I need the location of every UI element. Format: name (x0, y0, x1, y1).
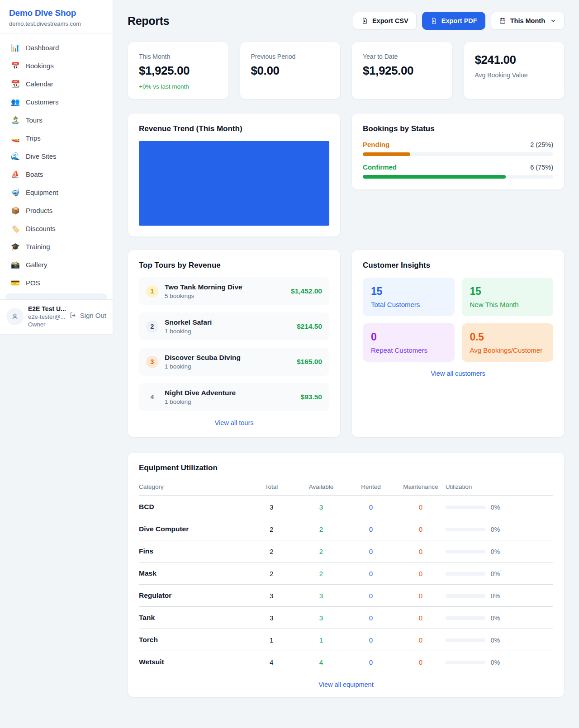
equipment-available: 3 (296, 496, 346, 518)
sidebar-item-tours[interactable]: 🏝️Tours (5, 113, 107, 128)
export-pdf-button[interactable]: Export PDF (422, 12, 485, 30)
view-all-customers-link[interactable]: View all customers (363, 370, 553, 377)
sidebar-item-gallery[interactable]: 📸Gallery (5, 257, 107, 272)
equipment-maintenance: 0 (396, 607, 446, 629)
table-row: Fins22000% (139, 540, 553, 563)
status-head: Confirmed6 (75%) (363, 163, 553, 171)
view-all-equipment-link[interactable]: View all equipment (139, 681, 553, 688)
charts-row: Revenue Trend (This Month) Bookings by S… (128, 113, 565, 237)
table-row: Dive Computer22000% (139, 518, 553, 540)
equipment-utilization-title: Equipment Utilization (139, 463, 553, 473)
table-row: BCD33000% (139, 496, 553, 518)
tour-amount: $1,452.00 (291, 287, 322, 295)
equipment-icon: 🤿 (11, 189, 20, 196)
products-icon: 📦 (11, 207, 20, 214)
tour-name: Snorkel Safari (165, 318, 212, 326)
utilization-percent: 0% (491, 570, 500, 577)
equipment-maintenance: 0 (396, 629, 446, 651)
insight-value: 0.5 (470, 331, 546, 343)
equipment-category: Fins (139, 540, 247, 563)
insight-tile-green: 15New This Month (462, 278, 554, 316)
brand: Demo Dive Shop demo.test.divestreams.com (0, 0, 113, 34)
insight-label: New This Month (470, 301, 546, 308)
equipment-available: 2 (296, 518, 346, 540)
equipment-maintenance: 0 (396, 540, 446, 563)
sidebar-item-calendar[interactable]: 📆Calendar (5, 76, 107, 91)
sidebar-item-equipment[interactable]: 🤿Equipment (5, 185, 107, 200)
sidebar-item-training[interactable]: 🎓Training (5, 239, 107, 254)
equipment-category: BCD (139, 496, 247, 518)
nav-item-partial-highlight (5, 293, 107, 299)
file-download-icon (361, 17, 368, 24)
tour-row: 4Night Dive Adventure1 booking$93.50 (139, 383, 329, 411)
sidebar-item-label: Calendar (26, 80, 53, 88)
status-progress-track (363, 175, 553, 179)
utilization-percent: 0% (491, 615, 500, 622)
equipment-total: 3 (247, 607, 296, 629)
customer-insights-card: Customer Insights 15Total Customers15New… (351, 250, 565, 438)
utilization-bar (446, 528, 485, 531)
equipment-utilization: 0% (446, 585, 553, 607)
sidebar-item-bookings[interactable]: 📅Bookings (5, 58, 107, 73)
sidebar-item-products[interactable]: 📦Products (5, 203, 107, 218)
utilization-bar (446, 594, 485, 598)
stats-row: This Month$1,925.00+0% vs last monthPrev… (128, 42, 565, 99)
bookings-by-status-card: Bookings by Status Pending2 (25%)Confirm… (351, 113, 565, 190)
view-all-tours-link[interactable]: View all tours (139, 419, 329, 426)
page-title: Reports (128, 14, 169, 28)
equipment-rented: 0 (346, 563, 396, 585)
equipment-available: 2 (296, 540, 346, 563)
user-email: e2e-tester@... (28, 313, 65, 320)
brand-name: Demo Dive Shop (9, 8, 104, 18)
equipment-available: 4 (296, 651, 346, 673)
utilization-percent: 0% (491, 504, 500, 511)
equipment-utilization: 0% (446, 629, 553, 651)
insight-tile-purple: 0Repeat Customers (363, 323, 455, 362)
header-actions: Export CSV Export PDF This Month (353, 12, 565, 30)
stat-card: $241.00Avg Booking Value (464, 42, 565, 99)
sidebar-item-boats[interactable]: ⛵Boats (5, 167, 107, 182)
utilization-wrap: 0% (446, 548, 500, 555)
revenue-trend-title: Revenue Trend (This Month) (139, 124, 329, 133)
equipment-column-header: Category (139, 479, 247, 496)
equipment-rented: 0 (346, 651, 396, 673)
sign-out-label: Sign Out (80, 312, 106, 319)
sidebar-item-pos[interactable]: 💳POS (5, 275, 107, 290)
tours-list: 1Two Tank Morning Dive5 bookings$1,452.0… (139, 277, 329, 411)
equipment-rented: 0 (346, 629, 396, 651)
period-dropdown[interactable]: This Month (491, 12, 565, 30)
stat-value: $1,925.00 (363, 64, 441, 78)
sidebar-item-customers[interactable]: 👥Customers (5, 95, 107, 109)
equipment-column-header: Maintenance (396, 479, 446, 496)
table-row: Regulator33000% (139, 585, 553, 607)
equipment-column-header: Rented (346, 479, 396, 496)
stat-card: Previous Period$0.00 (240, 42, 341, 99)
equipment-maintenance: 0 (396, 496, 446, 518)
status-value: 2 (25%) (530, 141, 553, 148)
stat-value: $241.00 (475, 53, 554, 67)
tour-bookings: 1 booking (165, 363, 241, 370)
customer-insights-title: Customer Insights (363, 261, 553, 270)
sign-out-button[interactable]: Sign Out (69, 312, 106, 319)
stat-label: This Month (139, 53, 218, 60)
sidebar-item-dive-sites[interactable]: 🌊Dive Sites (5, 149, 107, 164)
equipment-utilization: 0% (446, 651, 553, 673)
sidebar-item-label: Gallery (26, 261, 47, 269)
insight-value: 0 (371, 331, 446, 343)
equipment-column-header: Available (296, 479, 346, 496)
tour-bookings: 1 booking (165, 398, 236, 405)
stat-label: Previous Period (251, 53, 330, 60)
stat-card: This Month$1,925.00+0% vs last month (128, 42, 229, 99)
sidebar-item-dashboard[interactable]: 📊Dashboard (5, 40, 107, 55)
sidebar-item-discounts[interactable]: 🏷️Discounts (5, 221, 107, 236)
export-csv-button[interactable]: Export CSV (353, 12, 417, 30)
rank-badge: 1 (146, 285, 158, 298)
user-avatar (6, 308, 24, 325)
sign-out-icon (69, 312, 77, 319)
sidebar-item-trips[interactable]: 🚤Trips (5, 131, 107, 146)
equipment-total: 4 (247, 651, 296, 673)
equipment-utilization: 0% (446, 496, 553, 518)
main-content: Reports Export CSV Export PDF This Month (113, 0, 579, 716)
stat-label: Year to Date (363, 53, 441, 60)
utilization-bar (446, 661, 485, 664)
